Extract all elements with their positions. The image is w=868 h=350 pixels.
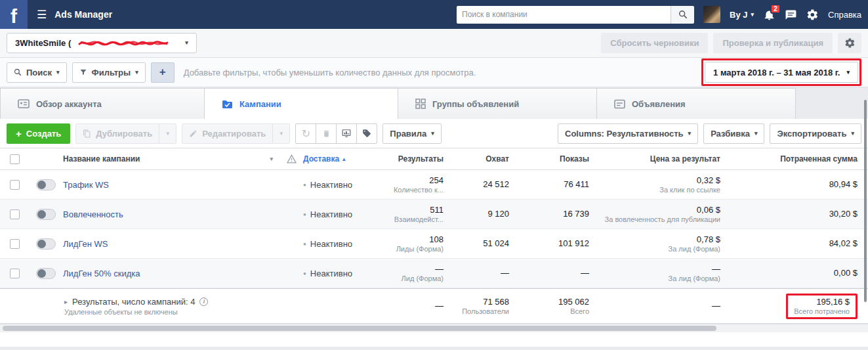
results-value: — xyxy=(435,264,444,274)
impressions-column-header[interactable]: Показы xyxy=(520,154,600,164)
tab-label: Группы объявлений xyxy=(432,99,519,109)
account-selector[interactable]: 3WhiteSmile ( ▾ xyxy=(7,33,197,53)
tab-ads[interactable]: Объявления xyxy=(596,88,796,119)
delivery-cell: ●Неактивно xyxy=(303,209,383,219)
campaign-name-link[interactable]: ЛидГен WS xyxy=(63,239,108,249)
delivery-status: Неактивно xyxy=(310,209,352,219)
delete-button[interactable] xyxy=(316,123,337,144)
refresh-button[interactable]: ↻ xyxy=(295,123,316,144)
reach-value: 9 120 xyxy=(487,209,509,219)
export-button[interactable]: Экспортировать ▾ xyxy=(770,123,861,144)
campaign-status-toggle[interactable] xyxy=(36,268,56,279)
table-row[interactable]: ЛидГен 50% скидка ●Неактивно —Лид (Форма… xyxy=(0,259,868,288)
delivery-column-header[interactable]: Доставка ▴ xyxy=(303,154,383,164)
edit-button[interactable]: Редактировать xyxy=(182,123,273,144)
global-search-button[interactable] xyxy=(671,6,694,24)
expand-arrow-icon[interactable]: ▸ xyxy=(64,298,68,305)
tab-campaigns[interactable]: Кампании xyxy=(204,88,398,119)
results-column-header[interactable]: Результаты xyxy=(383,154,454,164)
user-menu[interactable]: By J ▾ xyxy=(730,10,754,20)
search-filter-label: Поиск xyxy=(26,68,52,77)
campaigns-panel: + Создать Дублировать ▾ Редактировать ▾ … xyxy=(0,119,868,347)
table-row[interactable]: ЛидГен WS ●Неактивно 108Лиды (Форма) 51 … xyxy=(0,229,868,259)
rules-button[interactable]: Правила ▾ xyxy=(382,123,442,144)
toggle-knob xyxy=(37,181,46,189)
results-cell: 511Взаимодейст... xyxy=(383,205,454,224)
spent-cell: 30,20 $ xyxy=(731,209,868,219)
help-link[interactable]: Справка xyxy=(828,10,861,20)
facebook-logo[interactable]: f xyxy=(0,0,28,29)
add-filter-button[interactable]: + xyxy=(151,62,175,83)
campaign-status-toggle[interactable] xyxy=(36,209,56,220)
impressions-cell: 101 912 xyxy=(520,238,600,249)
campaign-name-link[interactable]: ЛидГен 50% скидка xyxy=(63,269,140,278)
row-checkbox[interactable] xyxy=(10,239,20,249)
spent-column-header[interactable]: Потраченная сумма xyxy=(731,154,868,164)
inspect-button[interactable] xyxy=(336,123,357,144)
settings-button[interactable] xyxy=(806,9,819,21)
toggle-knob xyxy=(37,210,46,219)
horizontal-scrollbar-thumb[interactable] xyxy=(3,326,716,331)
impressions-cell: 16 739 xyxy=(520,209,600,219)
notification-badge: 2 xyxy=(770,4,781,14)
ads-icon xyxy=(614,99,625,109)
duplicate-label: Дублировать xyxy=(96,129,152,139)
tags-button[interactable] xyxy=(356,123,377,144)
funnel-icon xyxy=(79,68,87,76)
reach-column-header[interactable]: Охват xyxy=(454,154,520,164)
notifications-button[interactable]: 2 xyxy=(763,9,775,21)
table-row[interactable]: Вовлеченность ●Неактивно 511Взаимодейст.… xyxy=(0,200,868,229)
row-checkbox[interactable] xyxy=(10,269,20,278)
date-range-selector[interactable]: 1 марта 2018 г. – 31 мая 2018 г. ▾ xyxy=(705,62,858,83)
delivery-cell: ●Неактивно xyxy=(303,269,383,278)
tab-ad-sets[interactable]: Группы объявлений xyxy=(398,88,597,119)
results-value: 511 xyxy=(430,205,444,215)
spent-value: 0,00 $ xyxy=(834,268,858,278)
cost-total-cell: — xyxy=(600,301,731,311)
row-checkbox[interactable] xyxy=(10,209,20,219)
menu-button[interactable]: ☰ xyxy=(37,8,47,22)
account-settings-button[interactable] xyxy=(838,33,861,53)
cost-column-header[interactable]: Цена за результат xyxy=(600,154,731,164)
global-search-input[interactable] xyxy=(457,6,671,24)
campaign-status-toggle[interactable] xyxy=(36,238,56,250)
duplicate-menu-button[interactable]: ▾ xyxy=(159,123,176,144)
columns-button[interactable]: Columns: Результативность ▾ xyxy=(558,123,698,144)
campaign-name-link[interactable]: Вовлеченность xyxy=(63,209,123,219)
edit-menu-button[interactable]: ▾ xyxy=(273,123,290,144)
results-value: 108 xyxy=(429,234,444,245)
filters-button[interactable]: Фильтры ▾ xyxy=(72,62,146,83)
trash-icon xyxy=(322,129,331,138)
breakdown-button[interactable]: Разбивка ▾ xyxy=(703,123,764,144)
reach-cell: 24 512 xyxy=(454,179,520,190)
chevron-down-icon: ▾ xyxy=(688,131,692,137)
reset-drafts-button[interactable]: Сбросить черновики xyxy=(601,33,708,53)
messages-button[interactable] xyxy=(785,9,797,21)
vertical-scrollbar-thumb[interactable] xyxy=(864,100,867,302)
review-publish-button[interactable]: Проверка и публикация xyxy=(713,33,833,53)
select-all-checkbox[interactable] xyxy=(10,154,20,164)
row-checkbox[interactable] xyxy=(10,180,20,190)
user-avatar[interactable] xyxy=(703,6,720,23)
create-button[interactable]: + Создать xyxy=(7,123,70,144)
info-icon[interactable]: i xyxy=(199,297,208,306)
tab-account-overview[interactable]: Обзор аккаунта xyxy=(0,88,205,119)
chevron-down-icon: ▾ xyxy=(754,131,758,137)
search-filter-button[interactable]: Поиск ▾ xyxy=(7,62,67,83)
cost-value: 0,32 $ xyxy=(697,175,720,186)
duplicate-button[interactable]: Дублировать xyxy=(75,123,159,144)
search-icon xyxy=(14,68,22,76)
delivery-status: Неактивно xyxy=(310,239,352,249)
table-row[interactable]: Трафик WS ●Неактивно 254Количество к... … xyxy=(0,170,868,200)
menu-icon: ☰ xyxy=(37,9,47,21)
results-type: Лид (Форма) xyxy=(402,274,444,283)
reach-cell: — xyxy=(454,268,520,278)
campaign-status-toggle[interactable] xyxy=(36,179,56,190)
results-type: Взаимодейст... xyxy=(394,215,444,224)
chevron-down-icon: ▾ xyxy=(135,70,138,76)
impressions-total-cell: 195 062Всего xyxy=(520,297,600,316)
cost-total: — xyxy=(712,301,720,311)
name-cell: ЛидГен WS xyxy=(63,239,279,249)
name-column-header[interactable]: Название кампании ▾ xyxy=(63,154,279,164)
campaign-name-link[interactable]: Трафик WS xyxy=(63,180,109,190)
